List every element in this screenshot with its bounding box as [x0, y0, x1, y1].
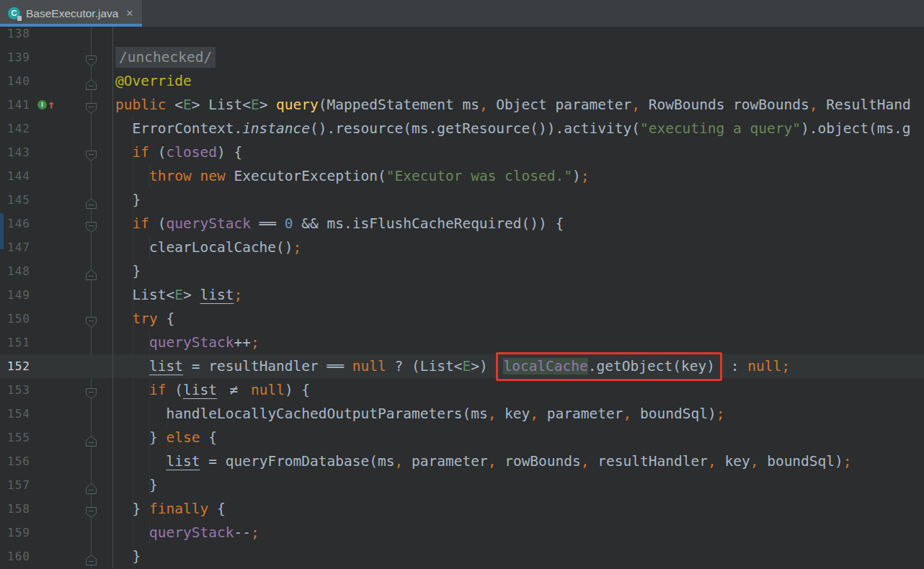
code-line-154[interactable]: 154handleLocallyCachedOutputParameters(m… — [0, 402, 924, 426]
code-line-158[interactable]: 158} finally { — [0, 497, 924, 521]
fold-marker-up-icon[interactable] — [85, 265, 97, 277]
code-line-152[interactable]: 152list = resultHandler ══ null ? (List<… — [0, 354, 924, 378]
line-number: 139 — [7, 45, 30, 69]
tab-close-icon[interactable]: ✕ — [125, 8, 133, 19]
gutter[interactable]: 144 — [0, 164, 113, 188]
gutter[interactable]: 160 — [0, 545, 113, 568]
gutter[interactable]: 149 — [0, 283, 113, 307]
code-line-143[interactable]: 143if (closed) { — [0, 140, 924, 164]
code-line-145[interactable]: 145} — [0, 188, 924, 212]
implements-method-icon[interactable]: I↑ — [37, 93, 55, 117]
code-line-153[interactable]: 153if (list ≠ null) { — [0, 378, 924, 402]
code-token: > — [183, 287, 200, 303]
gutter[interactable]: 152 — [0, 354, 113, 378]
code-line-156[interactable]: 156list = queryFromDatabase(ms, paramete… — [0, 449, 924, 473]
fold-marker-up-icon[interactable] — [85, 479, 97, 491]
gutter[interactable]: 139 — [0, 45, 113, 69]
gutter[interactable]: 148 — [0, 259, 113, 283]
code-token: E — [251, 97, 259, 113]
code-line-147[interactable]: 147clearLocalCache(); — [0, 236, 924, 259]
line-number: 138 — [7, 27, 30, 45]
gutter[interactable]: 143 — [0, 140, 113, 164]
gutter[interactable]: 141I↑ — [0, 93, 113, 117]
gutter[interactable]: 154 — [0, 402, 113, 426]
gutter[interactable]: 140 — [0, 69, 113, 93]
code-token: E — [174, 287, 183, 303]
code-line-149[interactable]: 149List<E> list; — [0, 283, 924, 307]
code-token: ().resource(ms.getResource()).activity( — [310, 120, 640, 137]
gutter[interactable]: 145 — [0, 188, 113, 212]
code-token: ; — [781, 358, 790, 375]
gutter[interactable]: 138 — [0, 27, 113, 45]
fold-marker-down-icon[interactable] — [85, 218, 97, 230]
gutter[interactable]: 153 — [0, 378, 113, 402]
gutter[interactable]: 147 — [0, 236, 113, 259]
line-number: 160 — [7, 545, 30, 568]
gutter[interactable]: 146 — [0, 212, 113, 236]
gutter[interactable]: 156 — [0, 449, 113, 473]
gutter[interactable]: 155 — [0, 426, 113, 449]
line-number: 147 — [7, 236, 30, 259]
code-line-148[interactable]: 148} — [0, 259, 924, 283]
gutter[interactable]: 158 — [0, 497, 113, 521]
fold-marker-up-icon[interactable] — [85, 431, 97, 444]
code-token: { — [200, 429, 216, 446]
line-number: 140 — [7, 69, 30, 93]
code-token: if — [149, 382, 166, 398]
code-token: (MappedStatement ms — [319, 97, 479, 113]
fold-marker-down-icon[interactable] — [85, 99, 97, 111]
code-token — [242, 382, 251, 398]
line-number: 144 — [7, 164, 30, 188]
code-token: ; — [251, 524, 259, 541]
code-line-141[interactable]: 141I↑public <E> List<E> query(MappedStat… — [0, 93, 924, 117]
fold-marker-down-icon[interactable] — [85, 146, 97, 158]
gutter[interactable]: 151 — [0, 331, 113, 354]
highlight-box: localCache.getObject(key) — [496, 352, 722, 381]
code-line-139[interactable]: 139/unchecked/ — [0, 45, 924, 69]
gutter[interactable]: 150 — [0, 307, 113, 331]
code-token: ( — [166, 382, 182, 398]
code-token: rowBounds — [496, 453, 580, 470]
code-line-151[interactable]: 151queryStack++; — [0, 331, 924, 354]
code-token: clearLocalCache() — [149, 239, 293, 256]
code-token: ≠ — [226, 378, 242, 402]
fold-marker-up-icon[interactable] — [85, 75, 97, 87]
code-token: ) { — [217, 144, 242, 161]
code-line-144[interactable]: 144throw new ExecutorException("Executor… — [0, 164, 924, 188]
tab-bar: C BaseExecutor.java ✕ — [0, 0, 924, 27]
code-line-155[interactable]: 155} else { — [0, 426, 924, 449]
code-token: ++ — [234, 334, 250, 351]
line-number: 148 — [7, 259, 30, 283]
code-token: = queryFromDatabase(ms — [200, 453, 394, 470]
fold-marker-up-icon[interactable] — [85, 550, 97, 563]
code-token: ).object(ms.g — [801, 120, 911, 137]
code-line-146[interactable]: 146if (queryStack ══ 0 && ms.isFlushCach… — [0, 212, 924, 236]
fold-marker-down-icon[interactable] — [85, 313, 97, 325]
gutter[interactable]: 142 — [0, 117, 113, 140]
code-editor[interactable]: 138139/unchecked/140@Override141I↑public… — [0, 27, 924, 569]
fold-marker-down-icon[interactable] — [85, 384, 97, 396]
tab-baseexecutor-java[interactable]: C BaseExecutor.java ✕ — [0, 0, 142, 27]
code-token: ( — [149, 215, 166, 232]
gutter[interactable]: 159 — [0, 521, 113, 545]
code-token: public — [115, 97, 166, 113]
code-token — [217, 382, 226, 398]
code-line-157[interactable]: 157} — [0, 473, 924, 497]
code-line-140[interactable]: 140@Override — [0, 69, 924, 93]
line-number: 155 — [7, 426, 30, 449]
fold-marker-up-icon[interactable] — [85, 194, 97, 206]
code-line-159[interactable]: 159queryStack--; — [0, 521, 924, 545]
code-line-160[interactable]: 160} — [0, 545, 924, 568]
line-number: 152 — [7, 354, 30, 378]
fold-marker-down-icon[interactable] — [85, 503, 97, 515]
code-line-142[interactable]: 142ErrorContext.instance().resource(ms.g… — [0, 117, 924, 140]
code-text: ErrorContext.instance().resource(ms.getR… — [113, 117, 911, 140]
code-line-138[interactable]: 138 — [0, 27, 924, 45]
code-token: } — [133, 501, 149, 517]
fold-marker-down-icon[interactable] — [85, 51, 97, 63]
code-token: if — [133, 215, 149, 232]
line-number: 143 — [7, 140, 30, 164]
code-token: key — [496, 406, 530, 422]
code-line-150[interactable]: 150try { — [0, 307, 924, 331]
gutter[interactable]: 157 — [0, 473, 113, 497]
